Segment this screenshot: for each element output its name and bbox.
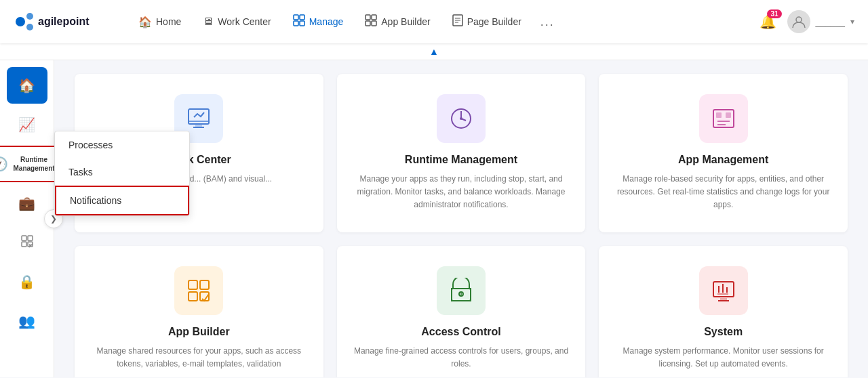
- header: agilepoint 🏠 Home 🖥 Work Center Manage: [0, 0, 868, 43]
- svg-rect-5: [300, 15, 304, 20]
- logo: agilepoint: [14, 9, 108, 34]
- content-area: Work Center ...p and business d... (BAM)…: [54, 60, 868, 377]
- system-desc: Manage system performance. Monitor user …: [615, 345, 831, 371]
- notification-count: 31: [767, 9, 781, 18]
- dropdown-item-processes[interactable]: Processes: [55, 131, 189, 159]
- nav-work-center[interactable]: 🖥 Work Center: [193, 10, 280, 33]
- svg-rect-17: [22, 236, 26, 240]
- user-name: ______: [816, 17, 845, 27]
- dropdown-item-tasks[interactable]: Tasks: [55, 159, 189, 186]
- more-menu[interactable]: ...: [534, 9, 561, 35]
- users-icon: 👥: [18, 313, 35, 329]
- briefcase-icon: 💼: [18, 195, 35, 211]
- svg-rect-11: [372, 21, 376, 26]
- svg-rect-18: [28, 236, 33, 240]
- svg-rect-29: [716, 112, 722, 118]
- card-app-management: App Management Manage role-based securit…: [599, 74, 848, 232]
- page-builder-icon: [452, 14, 463, 29]
- access-control-desc: Manage fine-grained access controls for …: [353, 345, 570, 371]
- svg-point-0: [16, 17, 25, 26]
- svg-rect-34: [200, 280, 209, 289]
- svg-rect-8: [366, 15, 370, 20]
- home-sidebar-icon: 🏠: [18, 77, 35, 93]
- nav-app-builder[interactable]: App Builder: [355, 9, 439, 35]
- svg-rect-9: [372, 15, 376, 20]
- manage-icon: [293, 14, 305, 29]
- card-app-builder: App Builder Manage shared resources for …: [75, 246, 323, 377]
- svg-rect-19: [22, 242, 26, 247]
- card-system: System Manage system performance. Monito…: [599, 246, 848, 377]
- grid-icon: [20, 234, 34, 251]
- svg-rect-6: [294, 21, 298, 26]
- svg-rect-7: [300, 21, 304, 26]
- sidebar-item-analytics[interactable]: 📈: [7, 106, 47, 143]
- cards-grid: Work Center ...p and business d... (BAM)…: [75, 74, 848, 377]
- svg-rect-4: [294, 15, 298, 20]
- app-mgmt-desc: Manage role-based security for apps, ent…: [615, 173, 831, 212]
- app-mgmt-title: App Management: [678, 154, 768, 166]
- card-runtime-management: Runtime Management Manage your apps as t…: [337, 74, 586, 232]
- main-nav: 🏠 Home 🖥 Work Center Manage: [129, 9, 760, 35]
- sidebar-item-grid[interactable]: [7, 224, 47, 261]
- sidebar-item-briefcase[interactable]: 💼: [7, 185, 47, 222]
- chevron-down-icon: ▾: [850, 17, 854, 26]
- card-access-control: 0 Access Control Manage fine-grained acc…: [337, 246, 586, 377]
- nav-manage[interactable]: Manage: [283, 9, 353, 35]
- runtime-mgmt-title: Runtime Management: [405, 154, 517, 166]
- notifications-bell[interactable]: 🔔 31: [760, 14, 776, 30]
- lock-icon: 🔒: [18, 274, 35, 290]
- logo-svg: agilepoint: [14, 9, 108, 34]
- runtime-mgmt-desc: Manage your apps as they run, including …: [353, 173, 570, 212]
- nav-app-builder-label: App Builder: [381, 16, 430, 27]
- app-builder-desc: Manage shared resources for your apps, s…: [91, 345, 307, 371]
- sidebar: 🏠 📈 🕐 RuntimeManagement 💼 🔒: [0, 60, 54, 377]
- svg-point-16: [796, 17, 802, 22]
- analytics-icon: 📈: [18, 117, 35, 133]
- collapse-bar: ▲: [0, 43, 868, 60]
- access-control-icon-wrap: 0: [437, 266, 486, 315]
- nav-home-label: Home: [156, 16, 181, 27]
- monitor-icon: 🖥: [203, 16, 214, 28]
- svg-point-1: [26, 13, 33, 20]
- app-builder-title: App Builder: [168, 326, 230, 338]
- user-menu[interactable]: ______ ▾: [787, 10, 854, 33]
- sidebar-item-home[interactable]: 🏠: [7, 67, 47, 104]
- avatar: [787, 10, 810, 33]
- nav-page-builder-label: Page Builder: [467, 16, 521, 27]
- main-layout: 🏠 📈 🕐 RuntimeManagement 💼 🔒: [0, 60, 868, 377]
- svg-rect-30: [726, 112, 731, 118]
- dropdown-menu: Processes Tasks Notifications: [54, 131, 190, 216]
- runtime-icon-wrap: [437, 94, 486, 143]
- svg-rect-35: [189, 292, 197, 301]
- app-builder-icon: [365, 14, 377, 29]
- app-mgmt-icon-wrap: [699, 94, 748, 143]
- clock-icon: 🕐: [0, 156, 8, 172]
- header-right: 🔔 31 ______ ▾: [760, 10, 854, 33]
- system-icon-wrap: [699, 266, 748, 315]
- dropdown-item-notifications[interactable]: Notifications: [55, 186, 189, 215]
- nav-page-builder[interactable]: Page Builder: [443, 9, 531, 35]
- app-builder-icon-wrap: [174, 266, 223, 315]
- nav-manage-label: Manage: [309, 16, 344, 27]
- system-title: System: [704, 326, 743, 338]
- nav-work-center-label: Work Center: [218, 16, 271, 27]
- svg-text:agilepoint: agilepoint: [38, 16, 90, 27]
- nav-home[interactable]: 🏠 Home: [129, 10, 191, 34]
- collapse-arrow-icon[interactable]: ▲: [429, 46, 439, 57]
- access-control-title: Access Control: [421, 326, 500, 338]
- svg-point-2: [26, 24, 33, 30]
- svg-rect-10: [366, 21, 370, 26]
- home-icon: 🏠: [138, 16, 152, 28]
- runtime-label: RuntimeManagement: [14, 155, 55, 173]
- sidebar-item-lock[interactable]: 🔒: [7, 264, 47, 300]
- svg-point-27: [460, 117, 462, 120]
- sidebar-item-users[interactable]: 👥: [7, 303, 47, 339]
- svg-rect-33: [189, 280, 197, 289]
